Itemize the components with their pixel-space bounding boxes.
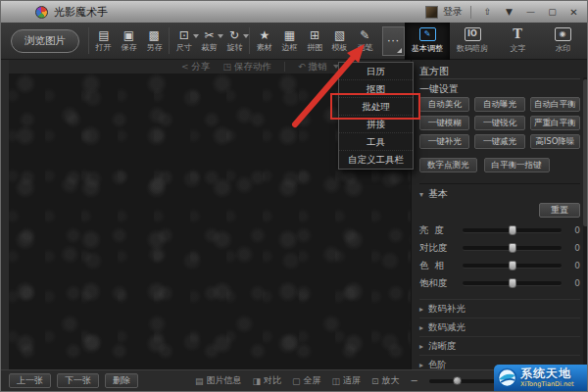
brightness-slider-row: 亮 度 0	[419, 221, 580, 239]
toolbar-divider	[249, 27, 250, 54]
toolbar-resize-label: 尺寸	[176, 42, 192, 53]
user-avatar[interactable]	[425, 6, 438, 19]
basic-adjust-icon: ✎	[419, 27, 436, 41]
tab-watermark[interactable]: ◉ 水印	[540, 23, 585, 60]
skin-icon[interactable]: ⇧	[479, 5, 496, 20]
main-toolbar: 浏览图片 ▤ 打开 ▣ 保存 ▩ 另存 ⊡ 尺寸 ✂ 裁剪 ↻ 旋转	[1, 23, 587, 60]
auto-white-balance-button[interactable]: 自动白平衡	[530, 97, 580, 112]
toolbar-brush-label: 画笔	[357, 42, 372, 53]
zoom-out-icon[interactable]: −	[411, 375, 418, 386]
login-button[interactable]: 登录	[443, 5, 463, 19]
contrast-slider[interactable]	[463, 246, 562, 250]
onekey-blur-button[interactable]: 一键模糊	[419, 116, 469, 130]
onekey-settings-header: 一键设置	[419, 79, 580, 95]
section-digital-dim-light[interactable]: ▸ 数码减光	[419, 318, 580, 336]
magnify-button[interactable]: ⊡ 放大	[371, 374, 400, 387]
toolbar-material[interactable]: ★ 素材	[252, 27, 277, 54]
caret-right-icon: ▸	[419, 305, 423, 314]
actionbar-divider	[284, 62, 285, 72]
toolbar-rotate[interactable]: ↻ 旋转	[221, 27, 247, 54]
saturation-value: 0	[568, 278, 580, 288]
toolbar-crop-label: 裁剪	[201, 42, 217, 53]
image-info-toggle[interactable]: ▤ 图片信息	[195, 374, 242, 387]
toolbar-collage[interactable]: ⊞ 拼图	[302, 27, 327, 54]
chevron-down-icon[interactable]	[243, 34, 249, 38]
white-balance-one-key-button[interactable]: 白平衡一指键	[484, 158, 550, 172]
saturation-label: 饱和度	[419, 277, 456, 290]
section-label: 数码补光	[428, 303, 466, 316]
adjustments-panel: 直方图 一键设置 自动美化 自动曝光 自动白平衡 一键模糊 一键锐化 严重白平衡…	[411, 60, 588, 372]
save-as-icon: ▩	[148, 29, 159, 42]
share-icon: <	[181, 62, 189, 72]
tab-text[interactable]: T 文字	[495, 23, 540, 60]
toolbar-template[interactable]: ▧ 模板	[327, 27, 353, 54]
tab-digital-darkroom[interactable]: IO 数码暗房	[450, 23, 495, 60]
zoom-slider-thumb[interactable]	[453, 376, 462, 385]
scrollbar-thumb[interactable]	[583, 79, 588, 226]
slider-thumb[interactable]	[509, 261, 516, 270]
compare-toggle[interactable]: ◨ 对比	[253, 374, 282, 387]
slider-thumb[interactable]	[509, 278, 516, 288]
more-tools-button[interactable]: ···	[382, 26, 405, 56]
section-clarity[interactable]: ▸ 清晰度	[419, 336, 580, 355]
previous-image-button[interactable]: 上一张	[9, 373, 51, 388]
titlebar-divider	[470, 6, 471, 19]
minimize-button[interactable]: —	[522, 5, 539, 20]
section-label: 数码减光	[428, 321, 466, 334]
menu-item-calendar[interactable]: 日历	[339, 63, 413, 80]
close-button[interactable]: ✕	[565, 5, 582, 20]
fullscreen-button[interactable]: ▢ 全屏	[292, 374, 321, 387]
onekey-dim-light-button[interactable]: 一键减光	[474, 134, 524, 149]
browse-pictures-button[interactable]: 浏览图片	[11, 29, 79, 53]
template-icon: ▧	[334, 29, 345, 42]
next-image-button[interactable]: 下一张	[57, 373, 99, 388]
maximize-button[interactable]: ▢	[544, 5, 561, 20]
hue-slider[interactable]	[463, 264, 562, 268]
slider-thumb[interactable]	[509, 225, 516, 235]
onekey-sharpen-button[interactable]: 一键锐化	[474, 116, 524, 130]
toolbar-save-label: 保存	[121, 42, 136, 53]
slider-thumb[interactable]	[509, 243, 516, 253]
section-digital-fill-light[interactable]: ▸ 数码补光	[419, 299, 580, 318]
toolbar-resize[interactable]: ⊡ 尺寸	[172, 27, 197, 54]
undo-button[interactable]: ↶ 撤销	[298, 61, 339, 74]
saturation-slider[interactable]	[463, 281, 562, 285]
basic-section-header[interactable]: ▾ 基本	[419, 183, 580, 201]
globe-icon	[497, 368, 517, 388]
caret-down-icon: ▾	[419, 190, 423, 199]
high-iso-denoise-button[interactable]: 高ISO降噪	[530, 134, 580, 149]
toolbar-crop[interactable]: ✂ 裁剪	[197, 27, 222, 54]
toolbar-brush[interactable]: ✎ 画笔	[353, 27, 378, 54]
brightness-slider[interactable]	[463, 228, 562, 232]
delete-image-button[interactable]: 删除	[105, 373, 138, 388]
auto-beautify-button[interactable]: 自动美化	[419, 97, 469, 112]
strict-white-balance-button[interactable]: 严重白平衡	[530, 116, 580, 130]
panel-scrollbar[interactable]	[583, 77, 588, 367]
magnify-icon: ⊡	[371, 376, 379, 386]
save-action-button[interactable]: ◳ 保存动作	[223, 61, 272, 74]
share-button[interactable]: < 分享	[181, 61, 211, 74]
reset-button[interactable]: 重置	[539, 203, 580, 218]
fit-screen-button[interactable]: ◫ 适屏	[332, 374, 362, 387]
basic-section-title: 基本	[428, 187, 448, 201]
toolbar-save-as[interactable]: ▩ 另存	[141, 27, 167, 54]
auto-exposure-button[interactable]: 自动曝光	[474, 97, 524, 112]
menu-item-tools[interactable]: 工具	[339, 133, 413, 151]
tab-basic-adjust-label: 基本调整	[412, 43, 443, 54]
main-menu-icon[interactable]: ▼	[501, 5, 517, 20]
toolbar-border[interactable]: ▦ 边框	[277, 27, 303, 54]
menu-item-customize-toolbar[interactable]: 自定义工具栏	[339, 151, 413, 169]
onekey-fill-light-button[interactable]: 一键补光	[419, 134, 469, 149]
histogram-header[interactable]: 直方图	[419, 64, 580, 79]
undo-label: 撤销	[309, 61, 327, 74]
fit-screen-label: 适屏	[343, 374, 361, 387]
toolbar-save[interactable]: ▣ 保存	[117, 27, 142, 54]
digital-spot-metering-button[interactable]: 数字点测光	[419, 158, 477, 172]
toolbar-open[interactable]: ▤ 打开	[91, 27, 117, 54]
app-window: 光影魔术手 登录 ⇧ ▼ — ▢ ✕ 浏览图片 ▤ 打开 ▣ 保存 ▩ 另存	[0, 0, 588, 392]
caret-right-icon: ▸	[419, 361, 423, 369]
tab-basic-adjust[interactable]: ✎ 基本调整	[405, 23, 450, 60]
undo-icon: ↶	[298, 62, 306, 72]
save-icon: ▣	[123, 29, 134, 42]
toolbar-divider	[88, 27, 89, 54]
